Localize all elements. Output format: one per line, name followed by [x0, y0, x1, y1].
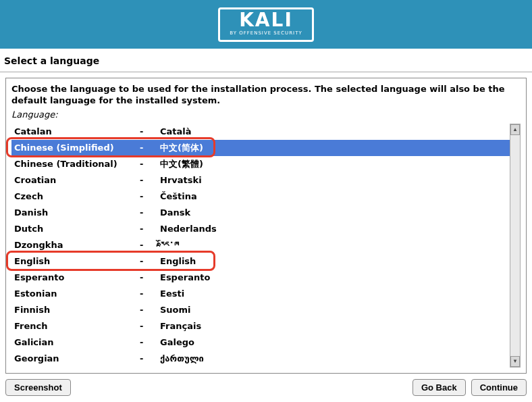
dash-separator: -: [140, 321, 160, 331]
dash-separator: -: [140, 191, 160, 201]
dash-separator: -: [140, 175, 160, 185]
dash-separator: -: [140, 305, 160, 315]
page-title: Select a language: [0, 49, 532, 72]
language-native-name: Suomi: [160, 305, 510, 315]
language-english-name: Czech: [14, 191, 140, 201]
dash-separator: -: [140, 207, 160, 218]
logo-subtitle: BY OFFENSIVE SECURITY: [230, 30, 302, 36]
language-row[interactable]: Estonian-Eesti: [11, 286, 510, 302]
installer-header: KALI BY OFFENSIVE SECURITY: [0, 0, 532, 49]
language-english-name: English: [14, 256, 140, 266]
language-row[interactable]: Finnish-Suomi: [11, 302, 510, 318]
dash-separator: -: [140, 337, 160, 347]
language-panel: Choose the language to be used for the i…: [5, 78, 527, 374]
main-content: Choose the language to be used for the i…: [0, 72, 532, 374]
kali-logo: KALI BY OFFENSIVE SECURITY: [218, 7, 313, 42]
language-native-name: Nederlands: [160, 224, 510, 234]
language-english-name: Finnish: [14, 305, 140, 315]
language-row[interactable]: Chinese (Simplified)-中文(简体): [11, 140, 510, 156]
dash-separator: -: [140, 256, 160, 266]
language-english-name: Catalan: [14, 126, 140, 136]
language-row[interactable]: Danish-Dansk: [11, 205, 510, 221]
language-row[interactable]: Dzongkha-རྫོང་ཁ: [11, 237, 510, 253]
language-native-name: 中文(繁體): [160, 158, 510, 170]
dash-separator: -: [140, 224, 160, 234]
language-english-name: Danish: [14, 207, 140, 218]
dash-separator: -: [140, 288, 160, 299]
language-native-name: Eesti: [160, 288, 510, 299]
language-row[interactable]: English-English: [11, 253, 510, 270]
language-native-name: Français: [160, 321, 510, 331]
dash-separator: -: [140, 159, 160, 169]
language-row[interactable]: Georgian-ქართული: [11, 351, 510, 367]
description-text: Choose the language to be used for the i…: [11, 84, 521, 107]
language-english-name: Dutch: [14, 224, 140, 234]
go-back-button[interactable]: Go Back: [413, 379, 466, 396]
language-english-name: Estonian: [14, 288, 140, 299]
language-native-name: Čeština: [160, 191, 510, 201]
language-list[interactable]: Catalan-CatalàChinese (Simplified)-中文(简体…: [11, 124, 510, 368]
dash-separator: -: [140, 240, 160, 250]
language-english-name: Chinese (Traditional): [14, 159, 140, 169]
dash-separator: -: [140, 143, 160, 153]
language-row[interactable]: Esperanto-Esperanto: [11, 270, 510, 286]
dash-separator: -: [140, 353, 160, 363]
dash-separator: -: [140, 126, 160, 136]
dash-separator: -: [140, 272, 160, 282]
language-english-name: Galician: [14, 337, 140, 347]
language-english-name: French: [14, 321, 140, 331]
language-native-name: རྫོང་ཁ: [160, 240, 510, 250]
language-row[interactable]: Chinese (Traditional)-中文(繁體): [11, 156, 510, 172]
language-native-name: 中文(简体): [160, 142, 510, 154]
language-english-name: Dzongkha: [14, 240, 140, 250]
language-native-name: Galego: [160, 337, 510, 347]
language-native-name: ქართული: [160, 353, 510, 363]
language-row[interactable]: Czech-Čeština: [11, 189, 510, 205]
language-row[interactable]: Galician-Galego: [11, 334, 510, 351]
language-row[interactable]: French-Français: [11, 318, 510, 334]
field-label: Language:: [11, 109, 521, 120]
scroll-up-button[interactable]: ▴: [510, 124, 520, 135]
language-english-name: Croatian: [14, 175, 140, 185]
language-native-name: Dansk: [160, 207, 510, 218]
language-english-name: Esperanto: [14, 272, 140, 282]
language-row[interactable]: Dutch-Nederlands: [11, 221, 510, 237]
language-native-name: Hrvatski: [160, 175, 510, 185]
footer-buttons: Screenshot Go Back Continue: [0, 374, 532, 401]
scrollbar[interactable]: ▴ ▾: [510, 124, 521, 368]
language-row[interactable]: Catalan-Català: [11, 124, 510, 140]
language-native-name: Esperanto: [160, 272, 510, 282]
scroll-down-button[interactable]: ▾: [510, 356, 520, 367]
language-list-wrap: Catalan-CatalàChinese (Simplified)-中文(简体…: [11, 124, 521, 368]
language-english-name: Georgian: [14, 353, 140, 363]
continue-button[interactable]: Continue: [471, 379, 527, 396]
language-row[interactable]: Croatian-Hrvatski: [11, 172, 510, 189]
language-english-name: Chinese (Simplified): [14, 143, 140, 153]
logo-title: KALI: [230, 11, 302, 30]
language-native-name: Català: [160, 126, 510, 136]
language-native-name: English: [160, 256, 510, 266]
screenshot-button[interactable]: Screenshot: [5, 379, 71, 396]
